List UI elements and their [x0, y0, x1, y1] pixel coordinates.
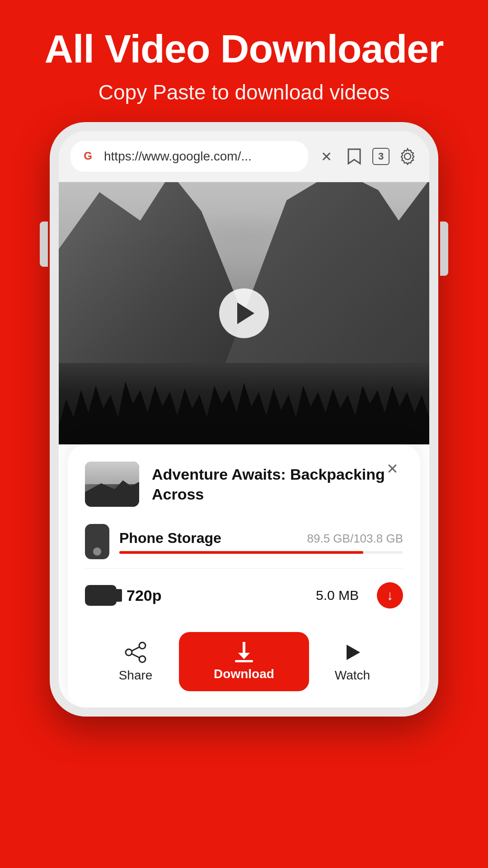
divider	[85, 568, 403, 569]
close-icon: ✕	[386, 460, 399, 477]
gear-icon	[399, 148, 416, 165]
quality-row[interactable]: 720p 5.0 MB ↓	[85, 578, 403, 621]
app-title: All Video Downloader	[0, 27, 488, 71]
svg-point-6	[126, 649, 132, 656]
storage-row[interactable]: Phone Storage 89.5 GB/103.8 GB	[85, 524, 403, 559]
download-base	[235, 660, 253, 662]
svg-point-4	[139, 642, 145, 649]
storage-size: 89.5 GB/103.8 GB	[307, 532, 403, 546]
play-triangle-icon	[237, 302, 254, 324]
storage-name: Phone Storage	[119, 530, 221, 547]
download-icon	[235, 642, 253, 662]
watch-button[interactable]: Watch	[309, 634, 396, 690]
close-tab-button[interactable]: ✕	[316, 146, 336, 166]
download-button[interactable]: Download	[179, 632, 309, 691]
share-button[interactable]: Share	[92, 634, 179, 690]
storage-bar-fill	[119, 551, 363, 554]
download-arrow-icon: ↓	[387, 588, 394, 603]
share-icon	[124, 641, 147, 664]
url-text: https://www.google.com/...	[104, 149, 297, 164]
thumb-sky	[85, 462, 139, 484]
action-bar: Share Download Watch	[85, 621, 403, 708]
google-icon: G G G	[81, 148, 98, 165]
video-thumbnail-small	[85, 462, 139, 507]
watch-icon	[341, 641, 364, 664]
app-subtitle: Copy Paste to download videos	[0, 80, 488, 104]
watch-label: Watch	[335, 668, 370, 683]
download-quality-button[interactable]: ↓	[377, 582, 403, 609]
storage-device-icon	[85, 524, 109, 559]
quality-size: 5.0 MB	[316, 588, 359, 603]
settings-button[interactable]	[398, 146, 418, 166]
tabs-count-button[interactable]: 3	[372, 148, 389, 165]
video-info-row: Adventure Awaits: Backpacking Across	[85, 462, 403, 507]
download-arrow	[243, 642, 245, 655]
browser-bar: G G G https://www.google.com/..	[59, 131, 429, 182]
video-title: Adventure Awaits: Backpacking Across	[152, 464, 403, 504]
download-modal: ✕ Adventure Awaits: Backpacking Across P…	[68, 444, 420, 708]
tabs-count: 3	[378, 151, 384, 162]
svg-line-7	[131, 647, 140, 651]
modal-close-button[interactable]: ✕	[381, 458, 403, 480]
phone-inner: G G G https://www.google.com/..	[59, 131, 429, 708]
svg-marker-9	[347, 645, 360, 660]
url-bar[interactable]: G G G https://www.google.com/..	[70, 141, 308, 172]
phone-mockup: G G G https://www.google.com/..	[50, 122, 438, 717]
quality-label: 720p	[127, 587, 306, 604]
play-button[interactable]	[219, 288, 269, 338]
storage-info: Phone Storage 89.5 GB/103.8 GB	[119, 530, 403, 554]
x-icon: ✕	[321, 149, 332, 165]
svg-text:G: G	[84, 150, 92, 162]
svg-point-5	[139, 656, 145, 662]
trees-silhouette	[59, 354, 429, 444]
storage-bar-bg	[119, 551, 403, 554]
video-thumbnail[interactable]	[59, 182, 429, 444]
bookmark-button[interactable]	[344, 146, 364, 166]
video-quality-icon	[85, 585, 117, 606]
header: All Video Downloader Copy Paste to downl…	[0, 0, 488, 123]
bookmark-icon	[347, 147, 362, 165]
share-label: Share	[119, 668, 153, 683]
download-label: Download	[214, 667, 274, 681]
svg-line-8	[131, 654, 140, 658]
